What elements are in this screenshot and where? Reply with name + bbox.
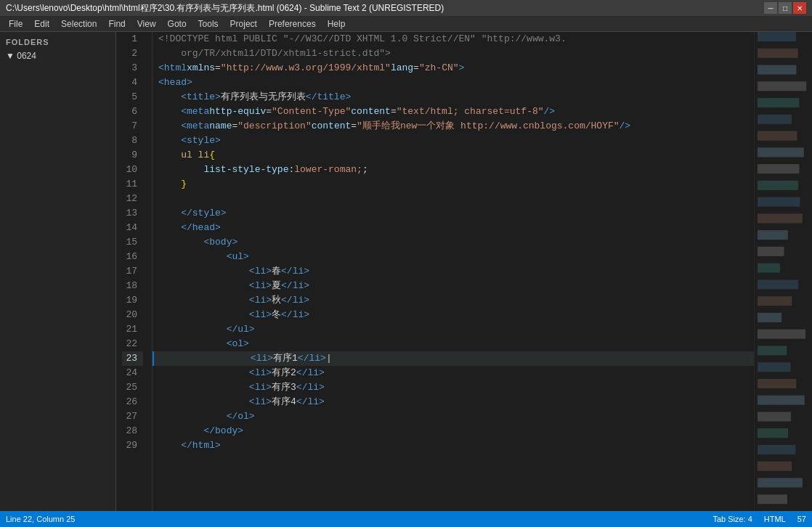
code-line-11: } <box>153 177 754 192</box>
code-line-16: <ul> <box>153 250 754 264</box>
line-number-8: 8 <box>122 134 143 148</box>
minimize-button[interactable]: ─ <box>764 2 777 14</box>
status-position: Line 22, Column 25 <box>6 515 75 523</box>
menu-bar: File Edit Selection Find View Goto Tools… <box>0 16 812 32</box>
line-numbers: 1234567891011121314151617181920212223242… <box>116 32 153 511</box>
menu-goto[interactable]: Goto <box>162 16 192 31</box>
title-bar-left: C:\Users\lenovo\Desktop\html\html程序2\30.… <box>6 2 444 15</box>
line-number-25: 25 <box>122 380 143 395</box>
line-number-29: 29 <box>122 438 143 453</box>
line-number-11: 11 <box>122 177 143 192</box>
code-line-21: </ul> <box>153 322 754 337</box>
line-number-5: 5 <box>122 90 143 105</box>
line-number-16: 16 <box>122 250 143 264</box>
line-number-23: 23 <box>122 351 143 366</box>
code-line-22: <ol> <box>153 337 754 351</box>
line-number-3: 3 <box>122 61 143 75</box>
menu-project[interactable]: Project <box>224 16 263 31</box>
code-line-12 <box>153 192 754 206</box>
title-text: C:\Users\lenovo\Desktop\html\html程序2\30.… <box>6 2 444 15</box>
line-number-22: 22 <box>122 337 143 351</box>
menu-preferences[interactable]: Preferences <box>263 16 322 31</box>
code-line-20: <li>冬</li> <box>153 308 754 322</box>
line-number-24: 24 <box>122 366 143 380</box>
line-number-20: 20 <box>122 308 143 322</box>
menu-find[interactable]: Find <box>102 16 131 31</box>
menu-tools[interactable]: Tools <box>192 16 224 31</box>
editor-area: 1234567891011121314151617181920212223242… <box>116 32 812 511</box>
line-number-19: 19 <box>122 293 143 308</box>
code-line-26: <li>有序4</li> <box>153 395 754 409</box>
line-number-9: 9 <box>122 148 143 163</box>
menu-view[interactable]: View <box>131 16 162 31</box>
code-line-24: <li>有序2</li> <box>153 366 754 380</box>
code-line-17: <li>春</li> <box>153 264 754 279</box>
code-line-4: <head> <box>153 75 754 90</box>
status-left: Line 22, Column 25 <box>6 515 75 523</box>
code-line-2: org/TR/xhtml1/DTD/xhtml1-strict.dtd"> <box>153 46 754 61</box>
minimap <box>754 32 812 511</box>
status-num: 57 <box>797 515 806 523</box>
code-lines[interactable]: <!DOCTYPE html PUBLIC "-//W3C//DTD XHTML… <box>153 32 754 511</box>
code-line-15: <body> <box>153 235 754 250</box>
code-line-23: <li>有序1</li>| <box>153 351 754 366</box>
status-bar: Line 22, Column 25 Tab Size: 4 HTML 57 <box>0 511 812 527</box>
sidebar-header: FOLDERS <box>0 35 115 49</box>
status-tabsize: Tab Size: 4 <box>712 515 752 523</box>
line-number-18: 18 <box>122 279 143 293</box>
code-line-7: <meta name="description" content="顺手给我ne… <box>153 119 754 134</box>
line-number-4: 4 <box>122 75 143 90</box>
line-number-6: 6 <box>122 105 143 119</box>
line-number-13: 13 <box>122 206 143 221</box>
title-bar: C:\Users\lenovo\Desktop\html\html程序2\30.… <box>0 0 812 16</box>
line-number-10: 10 <box>122 163 143 177</box>
code-container: 1234567891011121314151617181920212223242… <box>116 32 812 511</box>
line-number-27: 27 <box>122 409 143 424</box>
line-number-7: 7 <box>122 119 143 134</box>
title-bar-controls: ─ □ ✕ <box>764 2 806 14</box>
line-number-21: 21 <box>122 322 143 337</box>
status-right: Tab Size: 4 HTML 57 <box>712 515 806 523</box>
code-line-9: ul li{ <box>153 148 754 163</box>
line-number-14: 14 <box>122 221 143 235</box>
menu-edit[interactable]: Edit <box>28 16 55 31</box>
line-number-12: 12 <box>122 192 143 206</box>
code-line-25: <li>有序3</li> <box>153 380 754 395</box>
sidebar: FOLDERS ▼ 0624 <box>0 32 116 511</box>
main-container: FOLDERS ▼ 0624 1234567891011121314151617… <box>0 32 812 511</box>
code-line-14: </head> <box>153 221 754 235</box>
code-line-8: <style> <box>153 134 754 148</box>
code-line-29: </html> <box>153 438 754 453</box>
code-line-27: </ol> <box>153 409 754 424</box>
code-line-28: </body> <box>153 424 754 438</box>
code-line-3: <html xmlns="http://www.w3.org/1999/xhtm… <box>153 61 754 75</box>
code-line-6: <meta http-equiv="Content-Type" content=… <box>153 105 754 119</box>
sidebar-folder[interactable]: ▼ 0624 <box>0 49 115 62</box>
line-number-17: 17 <box>122 264 143 279</box>
menu-file[interactable]: File <box>3 16 28 31</box>
menu-help[interactable]: Help <box>322 16 352 31</box>
code-line-1: <!DOCTYPE html PUBLIC "-//W3C//DTD XHTML… <box>153 32 754 46</box>
code-line-18: <li>夏</li> <box>153 279 754 293</box>
status-language: HTML <box>764 515 786 523</box>
code-line-13: </style> <box>153 206 754 221</box>
line-number-1: 1 <box>122 32 143 46</box>
code-line-5: <title>有序列表与无序列表</title> <box>153 90 754 105</box>
maximize-button[interactable]: □ <box>779 2 792 14</box>
line-number-26: 26 <box>122 395 143 409</box>
code-line-10: list-style-type: lower-roman;; <box>153 163 754 177</box>
code-line-19: <li>秋</li> <box>153 293 754 308</box>
line-number-15: 15 <box>122 235 143 250</box>
close-button[interactable]: ✕ <box>793 2 806 14</box>
line-number-2: 2 <box>122 46 143 61</box>
line-number-28: 28 <box>122 424 143 438</box>
menu-selection[interactable]: Selection <box>55 16 102 31</box>
